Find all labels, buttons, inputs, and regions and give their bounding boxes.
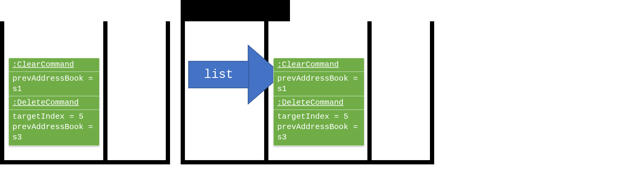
right-clear-command-title: :ClearCommand <box>274 58 364 72</box>
right-clear-command-card: :ClearCommand prevAddressBook = s1 <box>273 58 364 98</box>
left-clear-command-title: :ClearCommand <box>9 58 99 72</box>
transition-arrow: list <box>188 43 285 104</box>
right-delete-command-line1: targetIndex = 5 <box>277 112 360 122</box>
right-delete-command-body: targetIndex = 5 prevAddressBook = s3 <box>274 110 364 146</box>
bucket-mid-left <box>103 21 170 164</box>
right-clear-command-body: prevAddressBook = s1 <box>274 72 364 97</box>
arrow-body: list <box>188 61 249 88</box>
right-delete-command-title: :DeleteCommand <box>274 96 364 110</box>
left-clear-command-body: prevAddressBook = s1 <box>9 72 99 97</box>
left-clear-command-line1: prevAddressBook = s1 <box>12 74 96 94</box>
left-delete-command-line2: prevAddressBook = s3 <box>12 122 96 143</box>
left-clear-command-card: :ClearCommand prevAddressBook = s1 <box>9 58 100 98</box>
left-delete-command-card: :DeleteCommand targetIndex = 5 prevAddre… <box>9 96 100 146</box>
left-delete-command-line1: targetIndex = 5 <box>12 112 96 122</box>
diagram-stage: list :ClearCommand prevAddressBook = s1 … <box>0 0 644 193</box>
right-delete-command-card: :DeleteCommand targetIndex = 5 prevAddre… <box>273 96 364 146</box>
right-delete-command-line2: prevAddressBook = s3 <box>277 122 360 143</box>
left-delete-command-title: :DeleteCommand <box>9 96 99 110</box>
arrow-label: list <box>204 68 233 82</box>
right-clear-command-line1: prevAddressBook = s1 <box>277 74 360 94</box>
bucket-far-right <box>367 21 434 164</box>
left-delete-command-body: targetIndex = 5 prevAddressBook = s3 <box>9 110 99 146</box>
